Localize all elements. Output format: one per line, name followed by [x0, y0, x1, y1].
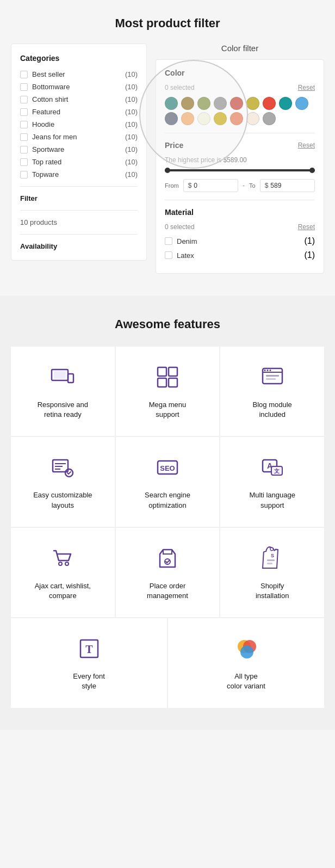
category-checkbox[interactable]: [20, 108, 28, 116]
category-checkbox[interactable]: [20, 146, 28, 153]
svg-text:S: S: [271, 553, 274, 558]
color-swatch[interactable]: [246, 97, 259, 110]
material-checkbox[interactable]: [165, 237, 172, 245]
price-from-input[interactable]: $ 0: [183, 179, 238, 192]
category-label[interactable]: Best seller: [20, 70, 65, 78]
feature-card-customize: Easy customizablelayouts: [11, 437, 115, 526]
color-swatch[interactable]: [263, 97, 276, 110]
price-slider[interactable]: [165, 169, 315, 171]
feature-label: Every fontstyle: [73, 672, 105, 691]
category-list: Best seller (10) Bottomware (10) Cotton …: [20, 70, 138, 178]
color-selected-label: 0 selected: [165, 84, 195, 91]
material-label-denim[interactable]: Denim: [165, 237, 197, 245]
svg-text:文: 文: [274, 468, 280, 474]
products-count: 10 products: [20, 218, 138, 226]
blog-icon: [258, 363, 287, 391]
svg-rect-1: [54, 371, 66, 379]
color-swatch[interactable]: [165, 97, 178, 110]
from-label: From: [165, 182, 179, 189]
section-divider: [165, 133, 315, 133]
category-item: Hoodie (10): [20, 120, 138, 128]
category-label[interactable]: Featured: [20, 108, 60, 116]
color-swatch[interactable]: [263, 112, 276, 125]
category-item: Cotton shirt (10): [20, 95, 138, 103]
menu-icon: [153, 363, 182, 391]
price-inputs: From $ 0 - To $ 589: [165, 179, 315, 192]
category-checkbox[interactable]: [20, 71, 28, 78]
feature-label: Mega menusupport: [149, 400, 187, 420]
category-label[interactable]: Bottomware: [20, 83, 70, 91]
feature-label: Responsive andretina ready: [38, 400, 88, 420]
category-label[interactable]: Top rated: [20, 158, 61, 166]
category-count: (10): [125, 145, 138, 153]
to-label: To: [249, 182, 256, 189]
material-checkbox[interactable]: [165, 251, 172, 259]
category-count: (10): [125, 70, 138, 78]
features-section-title: Awesome features: [11, 317, 324, 331]
category-checkbox[interactable]: [20, 133, 28, 141]
category-checkbox[interactable]: [20, 171, 28, 178]
category-label[interactable]: Jeans for men: [20, 133, 77, 141]
svg-point-27: [65, 562, 69, 565]
color-swatch[interactable]: [197, 112, 210, 125]
color-swatch[interactable]: [295, 97, 308, 110]
category-checkbox[interactable]: [20, 158, 28, 166]
color-swatch[interactable]: [214, 97, 227, 110]
price-label: Price: [165, 141, 183, 150]
currency-from: $: [188, 182, 192, 189]
price-slider-left-handle[interactable]: [165, 168, 170, 173]
color-label: Color: [165, 69, 185, 77]
category-count: (10): [125, 120, 138, 128]
price-slider-right-handle[interactable]: [309, 168, 315, 173]
svg-rect-4: [158, 367, 166, 376]
material-name: Denim: [177, 237, 197, 245]
category-label[interactable]: Hoodie: [20, 120, 54, 128]
color-swatch[interactable]: [214, 112, 227, 125]
price-reset-button[interactable]: Reset: [298, 141, 315, 149]
category-count: (10): [125, 108, 138, 116]
category-item: Bottomware (10): [20, 83, 138, 91]
category-checkbox[interactable]: [20, 83, 28, 91]
filter-container: Categories Best seller (10) Bottomware (…: [11, 44, 324, 274]
material-reset-button[interactable]: Reset: [298, 223, 315, 231]
svg-rect-14: [266, 378, 276, 380]
color-swatch[interactable]: [230, 97, 243, 110]
svg-point-11: [266, 370, 268, 371]
color-swatches-row2: [165, 112, 315, 125]
color-swatch[interactable]: [165, 112, 178, 125]
svg-text:T: T: [85, 643, 93, 655]
category-label[interactable]: Topware: [20, 170, 59, 178]
filter-label: Filter: [20, 194, 138, 202]
color-swatch[interactable]: [181, 112, 194, 125]
color-swatch[interactable]: [246, 112, 259, 125]
material-selected-label: 0 selected: [165, 223, 195, 231]
svg-rect-5: [169, 367, 177, 376]
svg-point-36: [240, 645, 253, 658]
feature-label: Shopifyinstallation: [256, 581, 289, 601]
divider: [20, 186, 138, 187]
color-filter-panel: Color filter Color 0 selected Reset: [156, 44, 324, 274]
svg-rect-2: [68, 374, 73, 383]
price-to-value: 589: [270, 182, 281, 189]
material-count: (1): [304, 250, 315, 260]
category-name: Bottomware: [32, 83, 70, 91]
feature-label: Multi languagesupport: [249, 490, 295, 510]
category-checkbox[interactable]: [20, 121, 28, 128]
color-swatch[interactable]: [230, 112, 243, 125]
category-item: Featured (10): [20, 108, 138, 116]
availability-label: Availability: [20, 242, 138, 250]
color-swatch[interactable]: [181, 97, 194, 110]
color-reset-button[interactable]: Reset: [298, 84, 315, 91]
seo-icon: SEO: [153, 453, 182, 482]
section-divider: [165, 200, 315, 200]
category-label[interactable]: Cotton shirt: [20, 95, 68, 103]
category-count: (10): [125, 95, 138, 103]
category-checkbox[interactable]: [20, 96, 28, 103]
filter-section: Most product filter Categories Best sell…: [0, 0, 335, 296]
price-to-input[interactable]: $ 589: [260, 179, 315, 192]
category-name: Cotton shirt: [32, 95, 68, 103]
color-swatch[interactable]: [197, 97, 210, 110]
category-label[interactable]: Sportware: [20, 145, 64, 153]
material-label-latex[interactable]: Latex: [165, 251, 194, 260]
color-swatch[interactable]: [279, 97, 292, 110]
